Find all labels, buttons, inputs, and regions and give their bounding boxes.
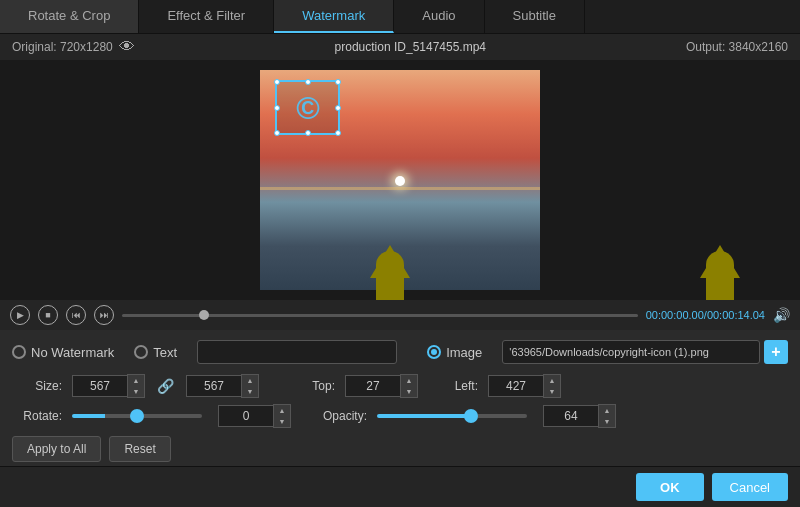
top-up[interactable]: ▲ bbox=[401, 375, 417, 386]
image-path-section: + bbox=[502, 340, 788, 364]
horizon-element bbox=[260, 187, 540, 190]
size-height-buttons: ▲ ▼ bbox=[241, 374, 259, 398]
rotate-label: Rotate: bbox=[12, 409, 62, 423]
text-input[interactable] bbox=[197, 340, 397, 364]
size-height-spin: ▲ ▼ bbox=[186, 374, 259, 398]
opacity-slider-wrap bbox=[377, 414, 527, 418]
handle-tm[interactable] bbox=[305, 79, 311, 85]
rotate-slider-wrap bbox=[72, 414, 202, 418]
video-preview: © bbox=[260, 70, 540, 290]
time-current: 00:00:00.00 bbox=[646, 309, 704, 321]
stop-button[interactable]: ■ bbox=[38, 305, 58, 325]
volume-icon[interactable]: 🔊 bbox=[773, 307, 790, 323]
left-spin: ▲ ▼ bbox=[488, 374, 561, 398]
handle-mr[interactable] bbox=[335, 105, 341, 111]
top-spin: ▲ ▼ bbox=[345, 374, 418, 398]
time-total: 00:00:14.04 bbox=[707, 309, 765, 321]
image-path-input[interactable] bbox=[502, 340, 760, 364]
image-label: Image bbox=[446, 345, 482, 360]
left-label: Left: bbox=[428, 379, 478, 393]
tab-bar: Rotate & Crop Effect & Filter Watermark … bbox=[0, 0, 800, 34]
opacity-input[interactable] bbox=[543, 405, 598, 427]
image-option[interactable]: Image bbox=[427, 345, 482, 360]
opacity-buttons: ▲ ▼ bbox=[598, 404, 616, 428]
handle-tl[interactable] bbox=[274, 79, 280, 85]
apply-to-all-button[interactable]: Apply to All bbox=[12, 436, 101, 462]
handle-bl[interactable] bbox=[274, 130, 280, 136]
size-width-down[interactable]: ▼ bbox=[128, 386, 144, 397]
top-buttons: ▲ ▼ bbox=[400, 374, 418, 398]
add-image-button[interactable]: + bbox=[764, 340, 788, 364]
top-input[interactable] bbox=[345, 375, 400, 397]
sun-element bbox=[395, 176, 405, 186]
top-label: Top: bbox=[285, 379, 335, 393]
progress-thumb[interactable] bbox=[199, 310, 209, 320]
rotate-row: Rotate: ▲ ▼ Opacity: ▲ ▼ bbox=[12, 404, 788, 428]
left-input[interactable] bbox=[488, 375, 543, 397]
watermark-overlay[interactable]: © bbox=[275, 80, 340, 135]
info-bar: Original: 720x1280 👁 production ID_51474… bbox=[0, 34, 800, 60]
bottom-actions: Apply to All Reset bbox=[12, 436, 788, 462]
size-width-buttons: ▲ ▼ bbox=[127, 374, 145, 398]
tab-effect-filter[interactable]: Effect & Filter bbox=[139, 0, 274, 33]
next-button[interactable]: ⏭ bbox=[94, 305, 114, 325]
watermark-type-row: No Watermark Text Image + bbox=[12, 340, 788, 364]
watermark-symbol: © bbox=[296, 89, 320, 126]
rotate-down[interactable]: ▼ bbox=[274, 416, 290, 427]
opacity-down[interactable]: ▼ bbox=[599, 416, 615, 427]
opacity-spin: ▲ ▼ bbox=[543, 404, 616, 428]
svg-marker-3 bbox=[700, 245, 740, 278]
original-resolution: Original: 720x1280 bbox=[12, 40, 113, 54]
left-down[interactable]: ▼ bbox=[544, 386, 560, 397]
size-height-down[interactable]: ▼ bbox=[242, 386, 258, 397]
image-radio[interactable] bbox=[427, 345, 441, 359]
controls-area: No Watermark Text Image + Size: ▲ ▼ bbox=[0, 330, 800, 470]
output-resolution: Output: 3840x2160 bbox=[686, 40, 788, 54]
param-rows: Size: ▲ ▼ 🔗 ▲ ▼ Top: ▲ bbox=[12, 374, 788, 428]
size-width-up[interactable]: ▲ bbox=[128, 375, 144, 386]
handle-br[interactable] bbox=[335, 130, 341, 136]
no-watermark-label: No Watermark bbox=[31, 345, 114, 360]
handle-ml[interactable] bbox=[274, 105, 280, 111]
reset-button[interactable]: Reset bbox=[109, 436, 170, 462]
size-width-spin: ▲ ▼ bbox=[72, 374, 145, 398]
handle-tr[interactable] bbox=[335, 79, 341, 85]
no-watermark-option[interactable]: No Watermark bbox=[12, 345, 114, 360]
size-label: Size: bbox=[12, 379, 62, 393]
tab-subtitle[interactable]: Subtitle bbox=[485, 0, 585, 33]
tab-watermark[interactable]: Watermark bbox=[274, 0, 394, 33]
left-buttons: ▲ ▼ bbox=[543, 374, 561, 398]
filename: production ID_5147455.mp4 bbox=[135, 40, 686, 54]
rotate-up[interactable]: ▲ bbox=[274, 405, 290, 416]
rotate-input[interactable] bbox=[218, 405, 273, 427]
opacity-label: Opacity: bbox=[317, 409, 367, 423]
ok-button[interactable]: OK bbox=[636, 473, 704, 501]
text-option[interactable]: Text bbox=[134, 345, 177, 360]
tab-audio[interactable]: Audio bbox=[394, 0, 484, 33]
size-height-up[interactable]: ▲ bbox=[242, 375, 258, 386]
size-width-input[interactable] bbox=[72, 375, 127, 397]
footer: OK Cancel bbox=[0, 466, 800, 507]
rotate-slider[interactable] bbox=[72, 414, 202, 418]
size-height-input[interactable] bbox=[186, 375, 241, 397]
tab-rotate-crop[interactable]: Rotate & Crop bbox=[0, 0, 139, 33]
opacity-up[interactable]: ▲ bbox=[599, 405, 615, 416]
no-watermark-radio[interactable] bbox=[12, 345, 26, 359]
rotate-buttons: ▲ ▼ bbox=[273, 404, 291, 428]
video-background: © bbox=[260, 70, 540, 290]
text-label: Text bbox=[153, 345, 177, 360]
play-button[interactable]: ▶ bbox=[10, 305, 30, 325]
progress-bar[interactable] bbox=[122, 314, 638, 317]
text-radio[interactable] bbox=[134, 345, 148, 359]
video-container: © bbox=[0, 60, 800, 300]
cancel-button[interactable]: Cancel bbox=[712, 473, 788, 501]
playback-bar: ▶ ■ ⏮ ⏭ 00:00:00.00/00:00:14.04 🔊 bbox=[0, 300, 800, 330]
handle-bm[interactable] bbox=[305, 130, 311, 136]
link-icon: 🔗 bbox=[157, 378, 174, 394]
rotate-spin: ▲ ▼ bbox=[218, 404, 291, 428]
eye-icon[interactable]: 👁 bbox=[119, 38, 135, 56]
top-down[interactable]: ▼ bbox=[401, 386, 417, 397]
left-up[interactable]: ▲ bbox=[544, 375, 560, 386]
prev-button[interactable]: ⏮ bbox=[66, 305, 86, 325]
opacity-slider[interactable] bbox=[377, 414, 527, 418]
